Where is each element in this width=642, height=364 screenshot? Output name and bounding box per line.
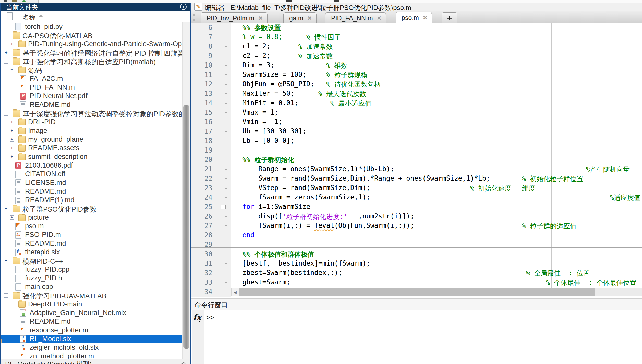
- command-window[interactable]: fx >>: [191, 310, 642, 364]
- code-line[interactable]: SwarmSize = 100;% 粒子群规模: [191, 70, 642, 80]
- code-line[interactable]: % w = 0.8;% 惯性因子: [191, 32, 642, 42]
- name-column-header[interactable]: 名称: [22, 13, 36, 22]
- tree-item-file[interactable]: README.md: [1, 239, 182, 248]
- code-line[interactable]: MinFit = 0.01;% 最小适应值: [191, 98, 642, 108]
- code-line[interactable]: [bestf, bestindex]=min(fSwarm);: [191, 259, 642, 268]
- code-line[interactable]: Vmax = 1;: [191, 108, 642, 117]
- tree-item-file[interactable]: RL_Model.slx: [1, 335, 182, 343]
- editor-tab[interactable]: PID_FA_NN.m×: [325, 12, 386, 23]
- tree-item-file[interactable]: README(1).md: [1, 196, 182, 205]
- tree-item-file[interactable]: fuzzy_PID.h: [1, 274, 182, 283]
- tab-close-icon[interactable]: ×: [377, 14, 381, 22]
- tree-item-folder[interactable]: +Image: [1, 127, 182, 135]
- code-line[interactable]: fSwarm(i,:) = feval(ObjFun,Swarm(i,:));%…: [191, 221, 642, 231]
- tree-item-file[interactable]: PID_FA_NN.m: [1, 83, 182, 92]
- collapse-icon[interactable]: −: [4, 207, 8, 211]
- tree-item-folder[interactable]: −粒子群PSO优化PID参数: [1, 205, 182, 213]
- tree-item-folder[interactable]: +summit_description: [1, 153, 182, 161]
- tree-item-file[interactable]: PSO-PID.m: [1, 231, 182, 239]
- code-editor[interactable]: 6789101112131415161718192021222324252627…: [191, 23, 642, 297]
- tree-item-folder[interactable]: +PID-Tuning-using-Genetic-and-Particle-S…: [1, 40, 182, 48]
- file-tree-scrollbar[interactable]: [182, 22, 190, 359]
- file-tree-scrollbar-thumb[interactable]: [183, 105, 189, 349]
- expand-icon[interactable]: +: [10, 120, 14, 124]
- tree-item-folder[interactable]: +my_ground_plane: [1, 135, 182, 144]
- tree-item-file[interactable]: torch_pid.py: [1, 22, 182, 31]
- tree-item-folder[interactable]: +DRL-PID: [1, 118, 182, 127]
- code-line[interactable]: Range = ones(SwarmSize,1)*(Ub-Lb);%产生随机向…: [191, 165, 642, 174]
- tree-item-file[interactable]: PID Neural Net.pdf: [1, 92, 182, 101]
- expand-icon[interactable]: +: [10, 129, 14, 133]
- code-line[interactable]: gbest=Swarm;% 个体最佳 : 个体最佳位置: [191, 278, 642, 287]
- expand-icon[interactable]: +: [10, 42, 14, 46]
- tree-item-file[interactable]: pso.m: [1, 222, 182, 231]
- code-line[interactable]: %% 参数设置: [191, 23, 642, 32]
- tree-item-file[interactable]: zeigler_nichols_old.slx: [1, 343, 182, 352]
- tree-item-folder[interactable]: −模糊PID-C++: [1, 257, 182, 265]
- tree-item-folder[interactable]: −源码: [1, 66, 182, 74]
- tree-item-folder[interactable]: −GA-PSO优化-MATLAB: [1, 31, 182, 40]
- editor-tab-active[interactable]: pso.m×: [396, 12, 432, 23]
- tree-item-file[interactable]: thetapid.slx: [1, 248, 182, 257]
- collapse-icon[interactable]: −: [10, 68, 14, 72]
- horizontal-scrollbar[interactable]: ◀: [231, 288, 642, 296]
- collapse-icon[interactable]: −: [4, 59, 8, 64]
- code-line[interactable]: [191, 146, 642, 155]
- tree-item-file[interactable]: zn_method_plotter.m: [1, 352, 182, 359]
- tree-item-file[interactable]: main.cpp: [1, 283, 182, 291]
- tree-item-folder[interactable]: +picture: [1, 213, 182, 222]
- editor-tab[interactable]: ga.m×: [283, 12, 317, 23]
- collapse-icon[interactable]: −: [4, 111, 8, 116]
- code-line[interactable]: ObjFun = @PSO_PID;% 待优化函数句柄: [191, 80, 642, 89]
- tree-item-file[interactable]: Adaptive_Gain_Neural_Net.mlx: [1, 309, 182, 317]
- tree-item-file[interactable]: README.md: [1, 317, 182, 326]
- code-line[interactable]: zbest=Swarm(bestindex,:);% 全局最佳 : 位置: [191, 268, 642, 278]
- code-line[interactable]: fSwarm = zeros(SwarmSize,1);%适应度值: [191, 193, 642, 202]
- expand-icon[interactable]: +: [10, 215, 14, 220]
- tree-item-file[interactable]: README.md: [1, 187, 182, 196]
- code-line[interactable]: fori=1:SwarmSize: [191, 202, 642, 212]
- tree-item-file[interactable]: fuzzy_PID.cpp: [1, 265, 182, 274]
- expand-icon[interactable]: +: [10, 146, 14, 150]
- horizontal-scrollbar-thumb[interactable]: [239, 288, 595, 296]
- collapse-icon[interactable]: −: [4, 33, 8, 37]
- scroll-left-arrow-icon[interactable]: ◀: [231, 288, 239, 296]
- tree-item-folder[interactable]: −DeepRLPID-main: [1, 300, 182, 309]
- tab-close-icon[interactable]: ×: [308, 14, 312, 22]
- code-line[interactable]: Ub = [30 30 30];: [191, 127, 642, 136]
- code-line[interactable]: Vmin = -1;: [191, 117, 642, 127]
- code-line[interactable]: disp(['粒子群初始化进度:',num2str(i)]);: [191, 212, 642, 221]
- tab-close-icon[interactable]: ×: [259, 14, 263, 22]
- tree-item-folder[interactable]: −基于深度强化学习算法动态调整受控对象的PID参数的框架: [1, 109, 182, 118]
- code-line[interactable]: c2 = 2;% 加速常数: [191, 51, 642, 61]
- collapse-icon[interactable]: −: [4, 259, 8, 263]
- tree-item-folder[interactable]: −基于强化学习和高斯核的自适应PID(matlab): [1, 57, 182, 66]
- expand-icon[interactable]: +: [4, 51, 8, 55]
- tree-item-file[interactable]: CITATION.cff: [1, 170, 182, 179]
- tab-close-icon[interactable]: ×: [423, 14, 427, 22]
- expand-icon[interactable]: +: [10, 155, 14, 159]
- code-line[interactable]: MaxIter = 50;% 最大迭代次数: [191, 89, 642, 98]
- code-line[interactable]: Dim = 3;% 维数: [191, 61, 642, 70]
- editor-tab[interactable]: PID_Inv_Pdlm.m×: [201, 12, 268, 23]
- drag-handle-icon[interactable]: [193, 14, 195, 21]
- code-line[interactable]: %% 个体极值和群体极值: [191, 249, 642, 259]
- collapse-icon[interactable]: −: [4, 293, 8, 298]
- fx-button[interactable]: fx: [193, 312, 201, 322]
- code-line[interactable]: %% 粒子群初始化: [191, 155, 642, 165]
- code-line[interactable]: Swarm = rand(SwarmSize,Dim).*Range + one…: [191, 174, 642, 183]
- tree-item-file[interactable]: FA_A2C.m: [1, 74, 182, 83]
- tree-item-file[interactable]: response_plotter.m: [1, 326, 182, 335]
- code-line[interactable]: [191, 240, 642, 249]
- code-line[interactable]: Lb = [0 0 0];: [191, 136, 642, 146]
- tree-item-file[interactable]: README.md: [1, 101, 182, 109]
- code-line[interactable]: end: [191, 231, 642, 240]
- expand-icon[interactable]: +: [10, 137, 14, 142]
- collapse-icon[interactable]: −: [10, 302, 14, 306]
- command-prompt[interactable]: >>: [206, 313, 214, 321]
- code-line[interactable]: c1 = 2;% 加速常数: [191, 42, 642, 51]
- tree-item-file[interactable]: 2103.10686.pdf: [1, 161, 182, 170]
- tree-item-folder[interactable]: −强化学习PID-UAV-MATLAB: [1, 291, 182, 300]
- tree-item-file[interactable]: LICENSE.md: [1, 179, 182, 187]
- code-line[interactable]: VStep = rand(SwarmSize,Dim);% 初始化速度维度: [191, 183, 642, 193]
